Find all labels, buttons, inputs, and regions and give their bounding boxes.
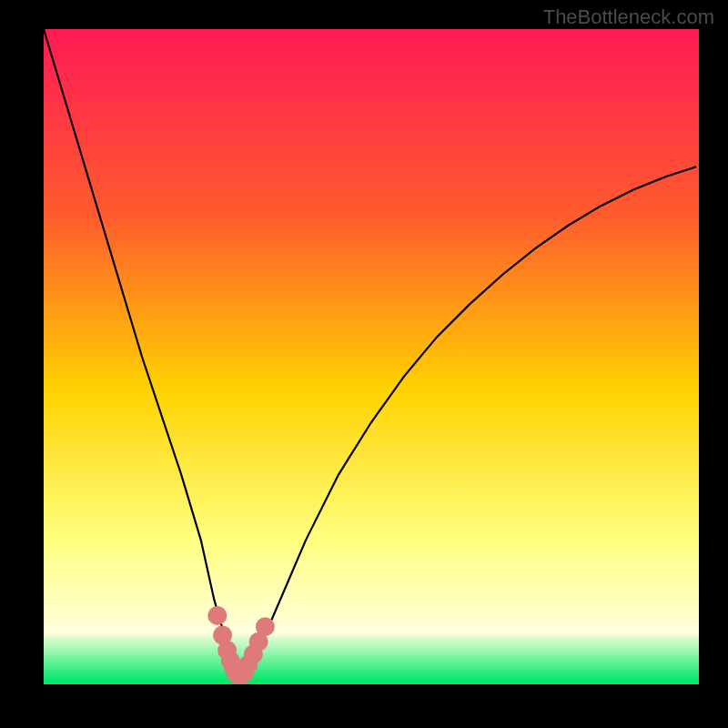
- marker-dot: [207, 606, 227, 625]
- marker-dot: [256, 617, 275, 636]
- watermark-text: TheBottleneck.com: [543, 5, 714, 29]
- chart-container: TheBottleneck.com: [0, 0, 728, 728]
- bottleneck-chart: [44, 29, 699, 684]
